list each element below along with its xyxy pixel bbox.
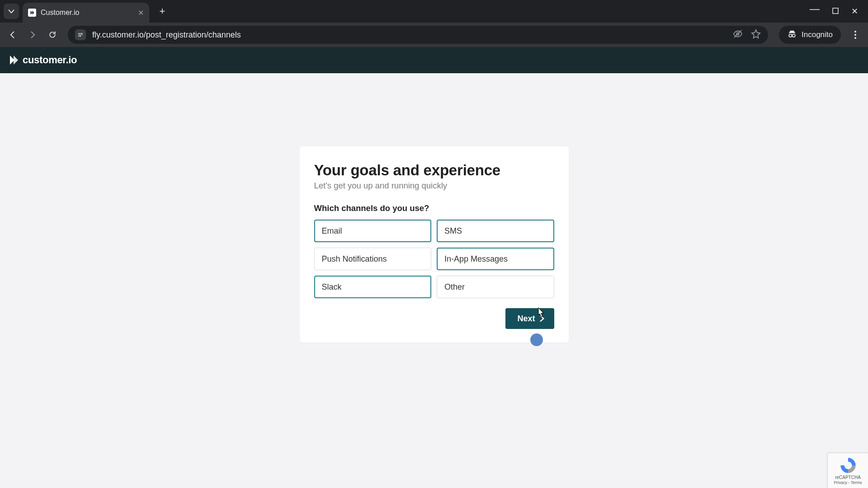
card-title: Your goals and experience <box>314 162 554 179</box>
page-body: Your goals and experience Let's get you … <box>0 73 868 488</box>
new-tab-button[interactable]: + <box>156 5 169 18</box>
next-button-label: Next <box>517 314 535 324</box>
browser-back-button[interactable] <box>5 27 21 43</box>
svg-rect-0 <box>833 8 838 14</box>
browser-toolbar: fly.customer.io/post_registration/channe… <box>0 23 868 47</box>
option-label: Email <box>322 226 342 236</box>
brand-logo[interactable]: customer.io <box>8 54 77 66</box>
option-slack[interactable]: Slack <box>314 276 432 298</box>
window-controls: — ✕ <box>810 0 868 23</box>
recaptcha-badge[interactable]: reCAPTCHA Privacy - Terms <box>827 453 868 488</box>
tab-close-button[interactable]: ✕ <box>138 9 144 17</box>
next-button[interactable]: Next <box>505 308 554 329</box>
highlight-dot <box>530 333 543 346</box>
onboarding-card: Your goals and experience Let's get you … <box>300 146 569 343</box>
tab-search-button[interactable] <box>4 4 19 19</box>
option-sms[interactable]: SMS <box>437 220 554 242</box>
browser-tabstrip: Customer.io ✕ + — ✕ <box>0 0 868 23</box>
address-bar[interactable]: fly.customer.io/post_registration/channe… <box>68 26 768 44</box>
incognito-label: Incognito <box>802 30 833 39</box>
site-settings-icon[interactable] <box>75 29 86 40</box>
svg-point-9 <box>854 34 856 36</box>
svg-point-10 <box>854 37 856 39</box>
svg-point-8 <box>854 31 856 33</box>
svg-point-5 <box>789 34 792 37</box>
channel-options-grid: Email SMS Push Notifications In-App Mess… <box>314 220 554 298</box>
card-actions: Next <box>314 308 554 329</box>
recaptcha-brand: reCAPTCHA <box>835 475 861 480</box>
svg-point-2 <box>80 36 81 37</box>
window-maximize-button[interactable] <box>832 8 839 15</box>
tab-favicon <box>28 9 36 17</box>
window-close-button[interactable]: ✕ <box>851 6 858 16</box>
incognito-indicator[interactable]: Incognito <box>779 26 841 44</box>
tab-title: Customer.io <box>41 9 79 17</box>
option-label: Slack <box>322 282 342 292</box>
option-other[interactable]: Other <box>437 276 554 298</box>
card-subtitle: Let's get you up and running quickly <box>314 181 554 191</box>
bookmark-star-icon[interactable] <box>751 29 761 41</box>
brand-name: customer.io <box>23 54 77 66</box>
browser-tab[interactable]: Customer.io ✕ <box>23 3 149 23</box>
url-text: fly.customer.io/post_registration/channe… <box>92 30 726 40</box>
app-header: customer.io <box>0 47 868 73</box>
option-push-notifications[interactable]: Push Notifications <box>314 248 432 270</box>
browser-menu-button[interactable] <box>847 27 863 43</box>
eye-off-icon[interactable] <box>733 29 743 41</box>
svg-point-1 <box>81 33 82 34</box>
window-minimize-button[interactable]: — <box>810 3 820 15</box>
question-label: Which channels do you use? <box>314 203 554 213</box>
chevron-right-icon <box>540 315 544 322</box>
option-label: In-App Messages <box>444 254 508 264</box>
recaptcha-links: Privacy - Terms <box>834 480 862 485</box>
option-email[interactable]: Email <box>314 220 432 242</box>
option-in-app-messages[interactable]: In-App Messages <box>437 248 554 270</box>
recaptcha-icon <box>839 456 857 474</box>
browser-reload-button[interactable] <box>44 27 61 43</box>
brand-logo-icon <box>8 55 19 66</box>
browser-forward-button[interactable] <box>24 27 41 43</box>
incognito-icon <box>787 29 797 41</box>
option-label: SMS <box>444 226 462 236</box>
svg-point-6 <box>792 34 795 37</box>
option-label: Push Notifications <box>322 254 387 264</box>
option-label: Other <box>444 282 465 292</box>
